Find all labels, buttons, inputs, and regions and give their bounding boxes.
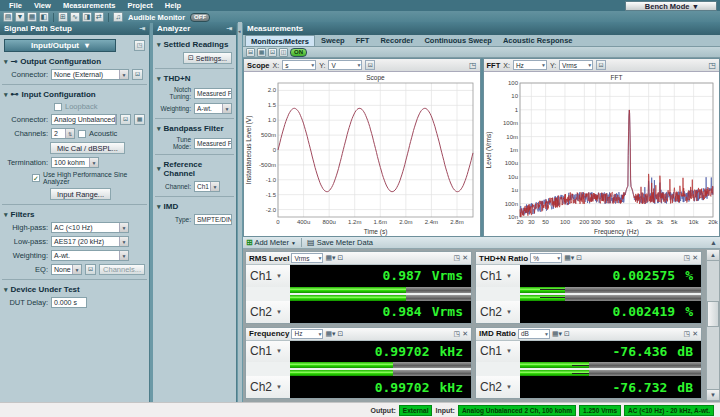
cursor-icon[interactable]: ⊡ — [268, 48, 277, 57]
tab-continuous-sweep[interactable]: Continuous Sweep — [419, 35, 497, 46]
meters-scrollbar[interactable]: ▲ ▼ — [706, 249, 720, 401]
channel-selector[interactable]: Ch1▼ — [246, 265, 290, 287]
channel-selector[interactable]: Ch1▼ — [246, 341, 290, 363]
high-pass-select[interactable]: AC (<10 Hz)▼ — [51, 222, 129, 233]
weighting-select[interactable]: A-wt.▼ — [51, 250, 129, 261]
layout-icon[interactable]: ⊞ — [58, 12, 68, 22]
device-icon[interactable]: ◨ — [82, 12, 92, 22]
scope-x-unit-select[interactable]: s▼ — [282, 60, 316, 70]
tune-mode-select[interactable]: Measured Freque▼ — [194, 138, 232, 149]
bench-mode-select[interactable]: Bench Mode▾ — [625, 1, 717, 11]
pin-icon[interactable]: ⇥ — [139, 25, 145, 33]
new-project-icon[interactable]: ▤ — [3, 12, 13, 22]
fft-y-unit-select[interactable]: Vrms▼ — [559, 60, 593, 70]
channel-selector[interactable]: Ch2▼ — [476, 301, 520, 323]
fft-settings-icon[interactable]: ⊡ — [596, 60, 606, 70]
fft-x-unit-select[interactable]: Hz▼ — [513, 60, 547, 70]
audible-monitor-toggle[interactable]: OFF — [190, 13, 210, 22]
bandpass-title[interactable]: ▾ Bandpass Filter — [157, 124, 232, 133]
scroll-thumb[interactable] — [707, 301, 719, 327]
channels-stepper[interactable]: 2⇅ — [51, 128, 75, 139]
input-config-title[interactable]: ▾ ⊷ Input Configuration — [4, 90, 145, 99]
filters-title[interactable]: ▾ Filters — [4, 210, 145, 219]
save-graph-icon[interactable]: ⊟ — [246, 48, 255, 57]
meter-close-icon[interactable]: ✕ — [462, 330, 468, 338]
io-expand-icon[interactable]: ◳ — [134, 40, 145, 51]
settled-readings-title[interactable]: ▾ Settled Readings — [157, 40, 232, 49]
limits-icon[interactable]: ◫ — [279, 48, 288, 57]
tab-fft[interactable]: FFT — [351, 35, 375, 46]
meter-expand-icon[interactable]: ◳ — [454, 330, 461, 338]
eq-settings-icon[interactable]: ⊡ — [85, 264, 96, 275]
menu-view[interactable]: View — [29, 1, 56, 10]
meter-expand-icon[interactable]: ◳ — [454, 254, 461, 262]
acoustic-checkbox[interactable] — [78, 130, 86, 138]
meter-unit-select[interactable]: Hz▼ — [291, 329, 323, 339]
menu-measurements[interactable]: Measurements — [58, 1, 121, 10]
imd-type-select[interactable]: SMPTE/DIN▼ — [194, 214, 232, 225]
thdn-title[interactable]: ▾ THD+N — [157, 74, 232, 83]
generator-toggle[interactable]: ON — [290, 48, 307, 57]
imd-title[interactable]: ▾ IMD — [157, 202, 232, 211]
meter-settings-icon[interactable]: ⊡ — [338, 254, 344, 262]
scroll-up-icon[interactable]: ▲ — [707, 250, 719, 261]
signal-monitor-icon[interactable]: ∿ — [70, 12, 80, 22]
input-connector-settings-icon[interactable]: ⊡ — [120, 114, 131, 125]
refch-title[interactable]: ▾ Reference Channel — [157, 160, 232, 178]
collapse-meters-icon[interactable]: ▲ — [710, 239, 717, 246]
meter-close-icon[interactable]: ✕ — [692, 254, 698, 262]
notch-tuning-select[interactable]: Measured Freque▼ — [194, 88, 232, 99]
channel-selector[interactable]: Ch2▼ — [246, 301, 290, 323]
dut-delay-input[interactable]: 0.000 s — [51, 297, 87, 308]
input-connector-select[interactable]: Analog Unbalanced▼ — [51, 114, 117, 125]
save-meter-data-button[interactable]: ▤ Save Meter Data — [307, 238, 373, 247]
meter-unit-select[interactable]: dB▼ — [518, 329, 550, 339]
panel-splitter[interactable]: ◂ — [238, 22, 242, 402]
termination-select[interactable]: 100 kohm▼ — [51, 157, 99, 168]
output-connector-settings-icon[interactable]: ⊡ — [132, 69, 143, 80]
scroll-down-icon[interactable]: ▼ — [707, 389, 719, 400]
meter-settings-icon[interactable]: ⊡ — [564, 330, 570, 338]
sequence-icon[interactable]: ◧ — [39, 12, 49, 22]
tab-monitors-meters[interactable]: Monitors/Meters — [245, 35, 315, 46]
add-meter-button[interactable]: ⊞ Add Meter ▼ — [246, 238, 296, 247]
low-pass-select[interactable]: AES17 (20 kHz)▼ — [51, 236, 129, 247]
input-range-button[interactable]: Input Range... — [50, 188, 111, 200]
dut-title[interactable]: ▾ Device Under Test — [4, 285, 145, 294]
output-config-title[interactable]: ▾ ⊸ Output Configuration — [4, 57, 145, 66]
meter-unit-select[interactable]: %▼ — [530, 253, 562, 263]
loopback-checkbox[interactable] — [54, 103, 62, 111]
tab-acoustic-response[interactable]: Acoustic Response — [498, 35, 578, 46]
copy-graph-icon[interactable]: ▦ — [257, 48, 266, 57]
output-connector-select[interactable]: None (External)▼ — [51, 69, 129, 80]
analyzer-weighting-select[interactable]: A-wt.▼ — [194, 103, 232, 114]
meter-display-mode-icon[interactable]: ▦▾ — [325, 254, 335, 262]
report-icon[interactable]: ▦ — [27, 12, 37, 22]
channel-selector[interactable]: Ch1▼ — [476, 341, 520, 363]
meter-display-mode-icon[interactable]: ▦▾ — [325, 330, 335, 338]
scope-plot[interactable]: 0400u800u1.2m1.6m2.0m2.4m2.8m2.01.51.050… — [244, 72, 480, 236]
meter-settings-icon[interactable]: ⊡ — [576, 254, 582, 262]
tab-sweep[interactable]: Sweep — [316, 35, 350, 46]
menu-project[interactable]: Project — [122, 1, 157, 10]
meter-close-icon[interactable]: ✕ — [692, 330, 698, 338]
channel-selector[interactable]: Ch2▼ — [246, 376, 290, 398]
speaker-icon[interactable]: ♫ — [113, 12, 123, 22]
menu-file[interactable]: File — [4, 1, 27, 10]
meter-unit-select[interactable]: Vrms▼ — [291, 253, 323, 263]
meter-display-mode-icon[interactable]: ▦▾ — [564, 254, 574, 262]
channel-selector[interactable]: Ch2▼ — [476, 376, 520, 398]
io-mode-select[interactable]: Input/Output▾ — [4, 39, 116, 52]
meter-close-icon[interactable]: ✕ — [462, 254, 468, 262]
ref-channel-select[interactable]: Ch1▼ — [194, 181, 220, 192]
scope-expand-icon[interactable]: ◳ — [469, 61, 477, 70]
meter-display-mode-icon[interactable]: ▦▾ — [552, 330, 562, 338]
eq-channels-button[interactable]: Channels... — [99, 264, 145, 275]
eq-select[interactable]: None▼ — [51, 264, 82, 275]
meter-expand-icon[interactable]: ◳ — [684, 330, 691, 338]
scope-y-unit-select[interactable]: V▼ — [328, 60, 362, 70]
input-connector-info-icon[interactable]: ▦ — [134, 114, 145, 125]
pin-icon[interactable]: ⇥ — [226, 25, 232, 33]
channel-selector[interactable]: Ch1▼ — [476, 265, 520, 287]
fft-expand-icon[interactable]: ◳ — [708, 61, 716, 70]
